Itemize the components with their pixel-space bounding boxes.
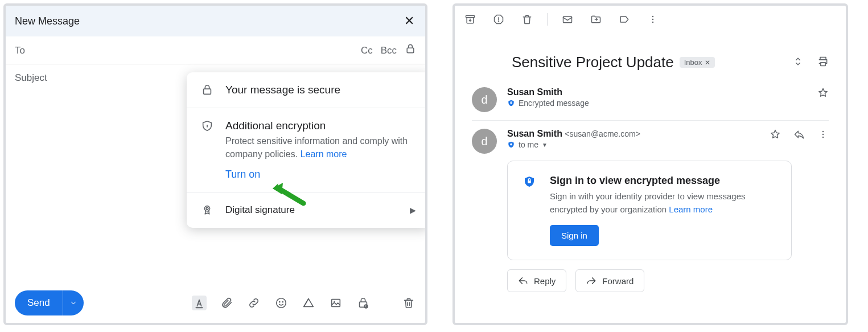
labels-icon[interactable]	[618, 13, 631, 26]
svg-point-6	[279, 302, 280, 302]
svg-point-17	[652, 21, 654, 23]
bcc-button[interactable]: Bcc	[381, 45, 397, 56]
enc-desc: Protect sensitive information and comply…	[225, 134, 416, 161]
subject-placeholder: Subject	[15, 72, 47, 84]
encrypted-message-card: Sign in to view encrypted message Sign i…	[507, 161, 792, 260]
cc-button[interactable]: Cc	[361, 45, 373, 56]
spam-icon[interactable]	[492, 13, 505, 26]
svg-point-16	[652, 18, 654, 20]
avatar: d	[472, 87, 497, 112]
attach-icon[interactable]	[219, 296, 234, 310]
sender-email: <susan@acme.com>	[565, 129, 640, 138]
message-item-collapsed[interactable]: d Susan Smith Encrypted message	[472, 79, 829, 121]
inbox-chip-label: Inbox	[684, 58, 702, 67]
archive-icon[interactable]	[464, 13, 476, 26]
svg-point-24	[822, 137, 824, 138]
card-desc: Sign in with your identity provider to v…	[550, 190, 776, 216]
encryption-lock-icon[interactable]	[405, 43, 416, 58]
inbox-chip-remove-icon[interactable]: ✕	[705, 59, 710, 67]
shield-lock-icon	[200, 120, 214, 181]
svg-rect-25	[528, 181, 531, 183]
sender-name-line: Susan Smith <susan@acme.com>	[507, 129, 640, 139]
compose-window: New Message ✕ To Cc Bcc Subject Your mes…	[3, 3, 427, 325]
chevron-right-icon: ▶	[410, 206, 416, 215]
turn-on-button[interactable]: Turn on	[225, 169, 416, 181]
to-label: to me	[519, 140, 538, 149]
svg-rect-8	[332, 300, 340, 307]
expand-icon[interactable]	[792, 56, 804, 69]
move-to-icon[interactable]	[590, 13, 602, 26]
svg-point-23	[822, 134, 824, 136]
svg-point-13	[499, 21, 499, 21]
encrypted-label: Encrypted message	[519, 99, 589, 108]
secure-row: Your message is secure	[187, 72, 427, 108]
card-desc-text: Sign in with your identity provider to v…	[550, 191, 746, 214]
learn-more-link[interactable]: Learn more	[301, 149, 347, 159]
svg-rect-14	[563, 17, 572, 23]
svg-rect-12	[466, 15, 475, 17]
subject-row: Sensitive Project Update Inbox ✕	[512, 54, 829, 71]
enc-title: Additional encryption	[225, 120, 416, 132]
drive-icon[interactable]	[301, 296, 316, 310]
discard-icon[interactable]	[401, 296, 416, 310]
svg-point-15	[652, 15, 654, 17]
svg-point-4	[206, 208, 208, 210]
svg-point-5	[277, 298, 286, 308]
to-field-row[interactable]: To Cc Bcc	[6, 37, 425, 64]
svg-point-7	[282, 302, 283, 302]
svg-rect-19	[821, 62, 825, 65]
reply-forward-row: Reply Forward	[507, 269, 829, 292]
card-title: Sign in to view encrypted message	[550, 175, 776, 187]
link-icon[interactable]	[246, 296, 261, 310]
mark-unread-icon[interactable]	[561, 13, 574, 26]
chevron-down-icon[interactable]: ▼	[542, 142, 548, 148]
message-view: Sensitive Project Update Inbox ✕ d Susan…	[452, 3, 848, 325]
more-icon[interactable]	[817, 129, 829, 142]
more-icon[interactable]	[647, 13, 659, 26]
star-icon[interactable]	[770, 129, 781, 142]
svg-rect-0	[407, 48, 414, 52]
to-line[interactable]: to me ▼	[507, 140, 640, 149]
reply-label: Reply	[534, 276, 556, 286]
digital-signature-icon	[200, 204, 214, 216]
signin-button[interactable]: Sign in	[550, 225, 599, 246]
text-format-icon[interactable]	[192, 296, 207, 310]
svg-point-22	[822, 131, 824, 133]
encryption-row: Additional encryption Protect sensitive …	[187, 108, 427, 192]
message-body: Sensitive Project Update Inbox ✕ d Susan…	[455, 33, 846, 292]
subject-text: Sensitive Project Update	[512, 54, 674, 71]
toolbar-separator	[547, 13, 548, 26]
emoji-icon[interactable]	[274, 296, 289, 310]
print-icon[interactable]	[817, 56, 829, 69]
lock-icon	[200, 84, 214, 96]
sender-name: Susan Smith	[507, 129, 562, 138]
avatar: d	[472, 129, 497, 154]
message-item-expanded: d Susan Smith <susan@acme.com> to me ▼	[472, 121, 829, 156]
close-icon[interactable]: ✕	[402, 14, 416, 28]
image-icon[interactable]	[328, 296, 343, 310]
forward-label: Forward	[602, 276, 633, 286]
forward-button[interactable]: Forward	[575, 269, 644, 292]
compose-header: New Message ✕	[6, 6, 425, 37]
send-dropdown[interactable]	[63, 290, 84, 315]
svg-point-3	[204, 206, 209, 211]
reply-button[interactable]: Reply	[507, 269, 566, 292]
delete-icon[interactable]	[521, 13, 533, 26]
reply-icon[interactable]	[793, 129, 805, 142]
encrypted-indicator: Encrypted message	[507, 99, 589, 108]
star-icon[interactable]	[817, 87, 829, 101]
card-learn-more-link[interactable]: Learn more	[669, 204, 713, 214]
to-label: To	[15, 45, 25, 56]
shield-icon	[523, 175, 538, 246]
svg-point-9	[334, 301, 335, 302]
svg-rect-1	[204, 89, 211, 94]
send-label[interactable]: Send	[15, 290, 63, 315]
compose-toolbar: Send	[6, 283, 425, 323]
message-toolbar	[455, 6, 846, 33]
security-popup: Your message is secure Additional encryp…	[187, 72, 427, 228]
send-button[interactable]: Send	[15, 290, 84, 315]
confidential-icon[interactable]	[356, 296, 371, 310]
digital-signature-row[interactable]: Digital signature ▶	[187, 192, 427, 228]
inbox-chip[interactable]: Inbox ✕	[680, 57, 715, 68]
format-toolbar	[192, 296, 416, 310]
